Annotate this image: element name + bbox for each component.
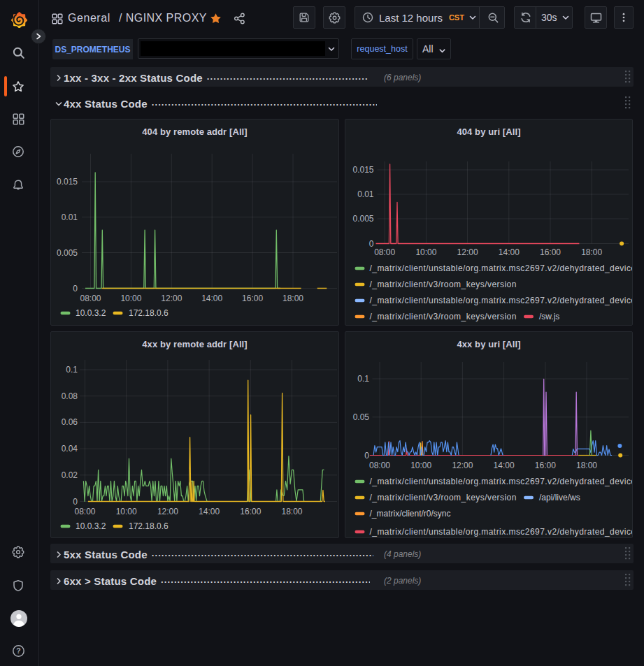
svg-text:14:00: 14:00: [199, 507, 220, 516]
svg-text:12:00: 12:00: [457, 247, 478, 257]
svg-text:?: ?: [16, 646, 20, 655]
svg-text:172.18.0.6: 172.18.0.6: [129, 521, 169, 531]
svg-text:/_matrix/client/r0/sync: /_matrix/client/r0/sync: [370, 509, 451, 519]
svg-text:/api/live/ws: /api/live/ws: [539, 493, 580, 502]
svg-text:12:00: 12:00: [161, 294, 182, 303]
svg-text:0.05: 0.05: [353, 412, 370, 422]
svg-text:0.01: 0.01: [357, 189, 374, 199]
svg-text:/sw.js: /sw.js: [539, 312, 559, 321]
svg-text:/_matrix/client/v3/room_keys/v: /_matrix/client/v3/room_keys/version: [370, 280, 517, 289]
svg-text:12:00: 12:00: [452, 461, 473, 470]
svg-text:10:00: 10:00: [116, 507, 137, 516]
svg-text:0.015: 0.015: [57, 177, 78, 187]
svg-text:/_matrix/client/v3/room_keys/v: /_matrix/client/v3/room_keys/version: [370, 312, 517, 321]
svg-text:08:00: 08:00: [369, 461, 390, 470]
svg-text:14:00: 14:00: [499, 247, 520, 257]
svg-text:10:00: 10:00: [120, 294, 141, 303]
svg-text:0.01: 0.01: [62, 212, 78, 222]
svg-text:0.04: 0.04: [62, 444, 78, 454]
svg-text:08:00: 08:00: [80, 294, 101, 303]
svg-text:0.005: 0.005: [57, 248, 78, 258]
svg-text:18:00: 18:00: [281, 507, 302, 516]
svg-text:0.005: 0.005: [352, 214, 373, 224]
svg-text:10.0.3.2: 10.0.3.2: [76, 521, 106, 531]
svg-text:10:00: 10:00: [410, 461, 431, 470]
svg-text:/_matrix/client/unstable/org.m: /_matrix/client/unstable/org.matrix.msc2…: [370, 477, 634, 486]
svg-text:18:00: 18:00: [576, 461, 597, 470]
svg-text:10:00: 10:00: [415, 247, 436, 257]
svg-text:0: 0: [364, 451, 369, 461]
svg-text:0.1: 0.1: [66, 365, 78, 375]
svg-text:/_matrix/client/unstable/org.m: /_matrix/client/unstable/org.matrix.msc2…: [370, 527, 634, 537]
svg-text:16:00: 16:00: [535, 461, 556, 470]
svg-text:0.02: 0.02: [62, 470, 78, 480]
svg-text:14:00: 14:00: [494, 461, 515, 470]
svg-text:16:00: 16:00: [540, 247, 561, 257]
svg-text:0.015: 0.015: [352, 165, 373, 175]
svg-text:172.18.0.6: 172.18.0.6: [129, 308, 169, 318]
svg-text:18:00: 18:00: [282, 294, 303, 303]
svg-text:16:00: 16:00: [240, 507, 261, 516]
svg-text:/_matrix/client/v3/room_keys/v: /_matrix/client/v3/room_keys/version: [370, 493, 517, 502]
svg-text:0: 0: [73, 497, 78, 507]
svg-text:0.1: 0.1: [357, 374, 369, 384]
svg-text:14:00: 14:00: [201, 294, 222, 303]
svg-text:08:00: 08:00: [374, 247, 395, 257]
svg-text:12:00: 12:00: [157, 507, 178, 516]
svg-text:18:00: 18:00: [581, 247, 602, 257]
svg-text:/_matrix/client/unstable/org.m: /_matrix/client/unstable/org.matrix.msc2…: [370, 263, 634, 273]
svg-text:0.08: 0.08: [62, 391, 78, 401]
svg-text:10.0.3.2: 10.0.3.2: [76, 308, 106, 318]
svg-text:16:00: 16:00: [242, 294, 263, 303]
svg-text:0: 0: [73, 284, 78, 294]
svg-text:08:00: 08:00: [74, 507, 95, 516]
svg-text:0.06: 0.06: [62, 417, 78, 427]
svg-text:0: 0: [369, 239, 374, 249]
svg-text:/_matrix/client/unstable/org.m: /_matrix/client/unstable/org.matrix.msc2…: [370, 296, 634, 305]
